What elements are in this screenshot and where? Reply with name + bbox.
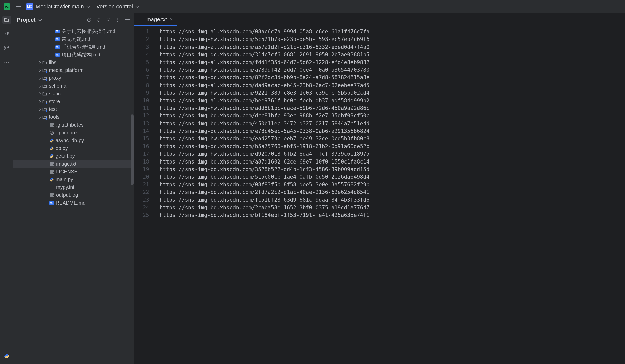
tree-item-label: media_platform: [49, 67, 84, 73]
line-number: 19: [134, 166, 149, 173]
tree-row[interactable]: M↓项目代码结构.md: [13, 51, 134, 59]
python-console-icon[interactable]: [2, 352, 11, 360]
code-line: https://sns-img-bd.xhscdn.com/a87d1602-6…: [160, 158, 625, 166]
tree-row[interactable]: libs: [13, 59, 134, 66]
folder-module-icon: [42, 107, 47, 112]
tree-row[interactable]: test: [13, 105, 134, 113]
code-line: https://sns-img-al.xhscdn.com/dad9acac-e…: [160, 82, 625, 89]
tree-row[interactable]: M↓常见问题.md: [13, 35, 134, 43]
python-icon: [49, 177, 54, 182]
tree-item-label: mypy.ini: [56, 184, 74, 190]
code-content[interactable]: https://sns-img-al.xhscdn.com/08ac6c7a-9…: [155, 26, 625, 364]
tree-row[interactable]: M↓手机号登录说明.md: [13, 43, 134, 51]
tree-row[interactable]: output.log: [13, 191, 134, 199]
commit-tool-icon[interactable]: ?: [2, 30, 11, 38]
hide-panel-icon[interactable]: [125, 17, 130, 23]
code-line: https://sns-img-bd.xhscdn.com/08f83f5b-8…: [160, 181, 625, 188]
tree-row[interactable]: proxy: [13, 74, 134, 82]
tree-item-label: README.md: [56, 200, 86, 206]
tree-row[interactable]: tools: [13, 113, 134, 121]
tree-item-label: test: [49, 106, 57, 112]
svg-point-18: [117, 19, 118, 20]
tree-row[interactable]: .gitignore: [13, 129, 134, 137]
svg-rect-20: [125, 19, 130, 20]
code-line: https://sns-img-hw.xhscdn.com/ead2579c-e…: [160, 135, 625, 142]
project-badge: MC: [26, 3, 33, 10]
chevron-right-icon: [37, 115, 41, 119]
chevron-right-icon: [37, 61, 41, 64]
tree-row[interactable]: main.py: [13, 176, 134, 183]
markdown-icon: M↓: [55, 45, 60, 49]
tree-item-label: db.py: [56, 145, 68, 151]
project-tool-icon[interactable]: [2, 16, 11, 24]
menu-icon[interactable]: [15, 4, 22, 9]
python-icon: [49, 146, 54, 151]
markdown-icon: M↓: [49, 201, 54, 205]
vcs-selector[interactable]: Version control: [96, 3, 139, 10]
tree-item-label: image.txt: [56, 161, 76, 167]
python-icon: [49, 154, 54, 158]
tree-row[interactable]: geturl.py: [13, 152, 134, 160]
project-name-label: MediaCrawler-main: [36, 3, 84, 10]
panel-actions: [86, 17, 130, 23]
tree-row[interactable]: M↓README.md: [13, 199, 134, 207]
tree-row[interactable]: db.py: [13, 144, 134, 152]
select-opened-file-icon[interactable]: [86, 17, 92, 23]
line-number: 8: [134, 82, 149, 89]
code-line: https://sns-img-al.xhscdn.com/bee9761f-b…: [160, 97, 625, 104]
tree-row[interactable]: .gitattributes: [13, 121, 134, 129]
code-line: https://sns-img-bd.xhscdn.com/dcc81bfc-9…: [160, 112, 625, 119]
tree-row[interactable]: LICENSE: [13, 168, 134, 176]
project-selector[interactable]: MC MediaCrawler-main: [26, 3, 89, 10]
tree-row[interactable]: media_platform: [13, 66, 134, 74]
editor-tab[interactable]: image.txt✕: [134, 13, 177, 26]
tree-item-label: 项目代码结构.md: [62, 51, 100, 58]
tree-row[interactable]: mypy.ini: [13, 183, 134, 191]
editor-body[interactable]: 1234567891011121314151617181920212223242…: [134, 26, 625, 364]
line-number: 15: [134, 135, 149, 142]
text-file-icon: [49, 193, 54, 198]
collapse-all-icon[interactable]: [105, 17, 111, 23]
chevron-right-icon: [37, 107, 41, 111]
tree-row[interactable]: schema: [13, 82, 134, 90]
panel-options-icon[interactable]: [115, 17, 121, 23]
line-number: 21: [134, 181, 149, 188]
tree-row[interactable]: static: [13, 90, 134, 98]
chevron-down-icon: [37, 17, 42, 21]
tree-scrollbar[interactable]: [131, 114, 134, 185]
tree-row[interactable]: store: [13, 98, 134, 105]
more-tool-icon[interactable]: [2, 58, 11, 66]
tree-item-label: store: [49, 99, 60, 104]
tree-row[interactable]: M↓关于词云图相关操作.md: [13, 27, 134, 35]
tree-item-label: output.log: [56, 192, 78, 198]
tree-item-label: .gitignore: [56, 130, 77, 136]
editor-tabs: image.txt✕: [134, 13, 625, 26]
folder-module-icon: [42, 68, 47, 73]
folder-icon: [42, 60, 47, 65]
project-tree[interactable]: M↓关于词云图相关操作.mdM↓常见问题.mdM↓手机号登录说明.mdM↓项目代…: [13, 26, 134, 364]
line-gutter: 1234567891011121314151617181920212223242…: [134, 26, 155, 364]
panel-title[interactable]: Project: [17, 17, 41, 23]
chevron-right-icon: [37, 84, 41, 88]
tree-item-label: main.py: [56, 177, 73, 182]
folder-module-icon: [42, 115, 47, 120]
tree-row[interactable]: async_db.py: [13, 137, 134, 144]
tree-item-label: .gitattributes: [56, 122, 84, 128]
svg-rect-3: [5, 46, 6, 48]
close-icon[interactable]: ✕: [169, 17, 173, 22]
expand-all-icon[interactable]: [96, 17, 101, 23]
line-number: 6: [134, 66, 149, 74]
python-icon: [49, 138, 54, 143]
svg-point-6: [4, 62, 5, 63]
structure-tool-icon[interactable]: [2, 44, 11, 52]
code-line: https://sns-img-qc.xhscdn.com/b5a75766-a…: [160, 143, 625, 150]
code-line: https://sns-img-bd.xhscdn.com/450b11ec-3…: [160, 120, 625, 127]
tree-row[interactable]: image.txt: [13, 160, 134, 168]
markdown-icon: M↓: [55, 30, 60, 33]
svg-rect-5: [5, 49, 6, 50]
code-line: https://sns-img-hw.xhscdn.com/add8b1bc-c…: [160, 104, 625, 112]
titlebar: MC MediaCrawler-main Version control: [0, 0, 625, 13]
chevron-right-icon: [37, 76, 41, 80]
svg-point-9: [6, 354, 6, 355]
code-line: https://sns-img-bd.xhscdn.com/bf184ebf-1…: [160, 211, 625, 219]
